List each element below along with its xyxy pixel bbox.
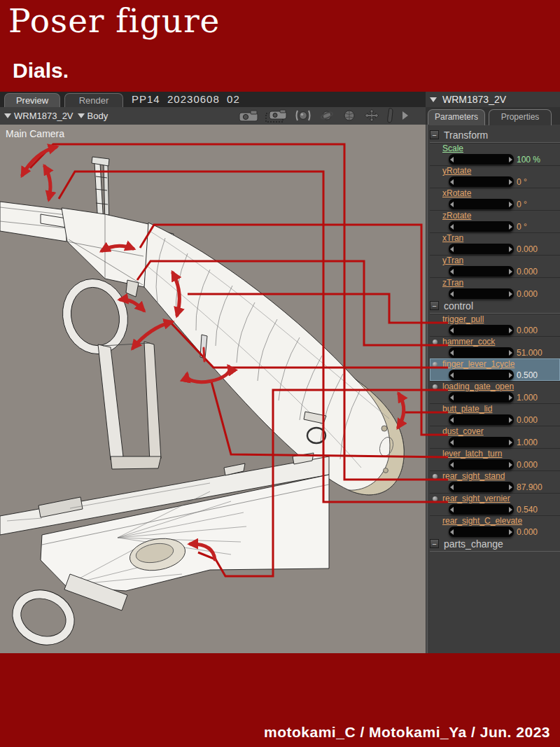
dial-label[interactable]: loading_gate_open [442,382,514,391]
dial-knob[interactable] [449,392,514,403]
dial-left-arrow-icon[interactable] [450,484,454,490]
dial-knob[interactable] [449,199,514,209]
dial-left-arrow-icon[interactable] [450,179,454,185]
dial-ridges[interactable] [454,393,508,401]
dial-ridges[interactable] [454,245,508,253]
dial-right-arrow-icon[interactable] [509,202,512,207]
collapse-icon[interactable]: − [430,301,439,310]
dial-left-arrow-icon[interactable] [450,202,454,207]
collapse-icon[interactable]: − [430,539,439,548]
dial-ridges[interactable] [454,349,508,356]
dial-knob[interactable] [449,526,514,537]
dial-ridges[interactable] [454,326,508,334]
dial-right-arrow-icon[interactable] [509,224,512,230]
panel-figure-title[interactable]: WRM1873_2V [426,92,560,107]
dial-right-arrow-icon[interactable] [509,507,512,512]
dial-label[interactable]: xRotate [442,188,471,198]
dial-label[interactable]: rear_sight_vernier [442,494,510,503]
expand-arrow-icon[interactable] [401,110,410,121]
dial-value[interactable]: 0.000 [517,527,538,537]
dial-knob[interactable] [449,370,514,380]
tab-render[interactable]: Render [64,93,123,108]
dial-right-arrow-icon[interactable] [509,350,512,356]
dial-value[interactable]: 0.000 [517,326,538,335]
dial-value[interactable]: 0.000 [517,415,538,425]
dial-ridges[interactable] [454,155,508,163]
section-header-parts_change[interactable]: −parts_change [430,538,560,552]
dial-knob[interactable] [449,347,514,358]
dial-right-arrow-icon[interactable] [509,179,512,185]
dial-right-arrow-icon[interactable] [509,246,512,252]
dial-label[interactable]: hammer_cock [442,337,495,347]
panel-scrollbar[interactable] [426,125,429,653]
dial-label[interactable]: zTran [442,278,463,288]
dial-right-arrow-icon[interactable] [509,440,512,445]
dial-right-arrow-icon[interactable] [509,395,512,400]
section-header-Transform[interactable]: −Transform [430,129,560,143]
dial-label[interactable]: finger_lever_1cycle [442,359,514,369]
dial-left-arrow-icon[interactable] [450,507,454,512]
dial-left-arrow-icon[interactable] [450,417,454,423]
dial-value[interactable]: 0.000 [517,267,538,277]
translate-icon[interactable] [363,109,380,123]
dial-ridges[interactable] [454,267,508,275]
dial-right-arrow-icon[interactable] [509,484,512,490]
dial-label[interactable]: butt_plate_lid [442,404,492,414]
dial-label[interactable]: Scale [442,144,463,153]
dial-knob[interactable] [449,459,514,470]
dial-value[interactable]: 0 ° [517,200,527,209]
dial-label[interactable]: dust_cover [442,426,484,436]
dial-ridges[interactable] [454,505,508,513]
dial-value[interactable]: 0 ° [517,177,527,187]
dial-value[interactable]: 100 % [517,155,540,165]
dial-ridges[interactable] [454,200,508,208]
dial-value[interactable]: 1.000 [517,438,538,447]
dial-label[interactable]: xTran [442,233,463,243]
dial-knob[interactable] [449,437,514,447]
figure-selector[interactable]: WRM1873_2V [4,111,74,121]
dial-knob[interactable] [449,154,514,165]
dial-right-arrow-icon[interactable] [509,462,512,468]
dial-value[interactable]: 51.000 [517,348,542,358]
dial-left-arrow-icon[interactable] [450,462,454,468]
dial-left-arrow-icon[interactable] [450,440,454,445]
tab-parameters[interactable]: Parameters [428,109,485,125]
dial-ridges[interactable] [454,438,508,446]
dial-left-arrow-icon[interactable] [450,224,454,230]
dial-ridges[interactable] [454,461,508,468]
dial-left-arrow-icon[interactable] [450,157,454,162]
dial-right-arrow-icon[interactable] [509,291,512,297]
dial-right-arrow-icon[interactable] [509,328,512,333]
tab-preview[interactable]: Preview [4,93,60,108]
dial-right-arrow-icon[interactable] [509,417,512,423]
rotate-icon[interactable] [318,109,335,122]
dial-ridges[interactable] [454,178,508,186]
hand-icon[interactable] [386,108,395,123]
dial-left-arrow-icon[interactable] [450,291,454,297]
dial-value[interactable]: 0.000 [517,244,538,254]
dial-knob[interactable] [449,504,514,515]
dial-label[interactable]: zRotate [442,211,471,221]
dial-label[interactable]: lever_latch_turn [442,449,502,459]
tab-properties[interactable]: Properties [489,109,552,125]
dial-knob[interactable] [449,325,514,335]
dial-ridges[interactable] [454,290,508,298]
dial-label[interactable]: rear_sight_C_elevate [442,516,522,526]
dial-knob[interactable] [449,482,514,492]
dial-value[interactable]: 0.000 [517,460,538,470]
dial-left-arrow-icon[interactable] [450,395,454,400]
dial-knob[interactable] [449,176,514,187]
dial-knob[interactable] [449,266,514,277]
dial-left-arrow-icon[interactable] [450,328,454,333]
preview-viewport[interactable] [0,125,426,653]
dial-left-arrow-icon[interactable] [450,529,454,535]
dial-knob[interactable] [449,414,514,425]
dial-right-arrow-icon[interactable] [509,269,512,274]
dial-ridges[interactable] [454,371,508,379]
dial-label[interactable]: yRotate [442,166,471,176]
dial-right-arrow-icon[interactable] [509,157,512,162]
camera-dolly-icon[interactable] [265,109,288,123]
camera-main-icon[interactable] [238,109,259,122]
dial-ridges[interactable] [454,223,508,230]
trackball-icon[interactable] [294,109,312,122]
